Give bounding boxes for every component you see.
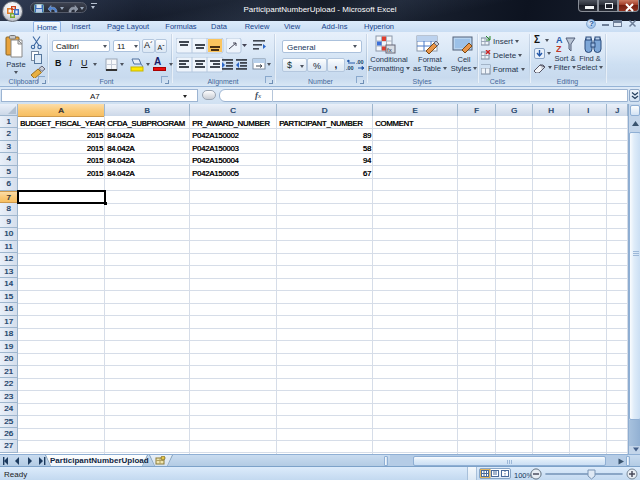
svg-text:fx: fx — [387, 47, 392, 53]
svg-text:.00: .00 — [356, 59, 364, 65]
svg-text:Z: Z — [556, 44, 562, 54]
svg-text:.00: .00 — [346, 65, 354, 71]
